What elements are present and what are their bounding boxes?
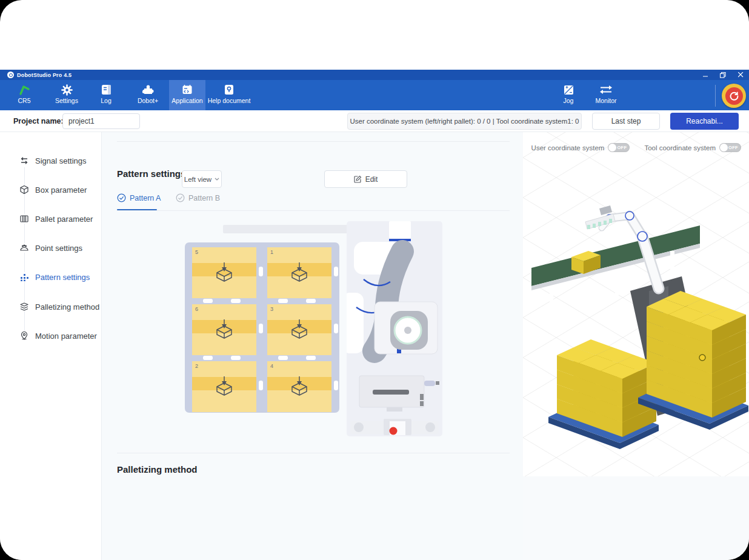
sidebar-item-pattern-settings[interactable]: Pattern settings bbox=[0, 270, 102, 284]
edit-button[interactable]: Edit bbox=[324, 170, 407, 188]
place-box-icon bbox=[287, 376, 311, 400]
pattern-icon bbox=[19, 272, 29, 282]
slot-notch bbox=[306, 299, 316, 303]
sidebar-item-box-parameter[interactable]: Box parameter bbox=[0, 183, 102, 196]
emergency-stop-icon bbox=[725, 87, 743, 105]
toggle-state: OFF bbox=[728, 145, 738, 150]
tab-pattern-a[interactable]: Pattern A bbox=[117, 193, 161, 202]
nav-jog[interactable]: Jog bbox=[556, 80, 581, 110]
sidebar-item-label: Palletizing method bbox=[35, 302, 99, 312]
tab-label: Pattern B bbox=[188, 194, 220, 202]
slot-number: 4 bbox=[270, 363, 273, 369]
reachability-button[interactable]: Reachabi... bbox=[670, 113, 739, 130]
scene-3d bbox=[523, 132, 749, 476]
viewport-toggles: User coordinate system OFF Tool coordina… bbox=[523, 143, 741, 152]
nav-dobot-plus[interactable]: Dobot+ bbox=[131, 80, 164, 110]
pallet-stacks-3d bbox=[548, 291, 748, 449]
view-select-value: Left view bbox=[184, 176, 211, 183]
slot-notch bbox=[278, 299, 288, 303]
divider bbox=[117, 210, 510, 211]
toolbar: CR5 Settings bbox=[0, 80, 749, 110]
sidebar-item-palletizing-method[interactable]: Palletizing method bbox=[0, 300, 102, 313]
estop-dot bbox=[390, 427, 398, 435]
nav-application[interactable]: Application bbox=[169, 80, 205, 110]
restore-button[interactable] bbox=[719, 72, 727, 79]
pallet-slot[interactable]: 6 bbox=[192, 304, 256, 355]
emergency-stop-button[interactable] bbox=[722, 84, 746, 108]
slot-notch bbox=[259, 267, 263, 276]
place-box-icon bbox=[212, 376, 236, 400]
slot-notch bbox=[306, 356, 316, 360]
divider bbox=[117, 141, 510, 142]
help-document-icon bbox=[224, 84, 234, 96]
slot-notch bbox=[231, 299, 241, 303]
pallet-layout[interactable]: 5 1 6 3 bbox=[185, 242, 339, 413]
slot-notch bbox=[334, 324, 338, 333]
content-panel: Pattern settings Left view Edit Pattern … bbox=[102, 132, 523, 560]
slot-notch bbox=[203, 299, 213, 303]
slot-number: 3 bbox=[270, 306, 273, 312]
pallet-icon bbox=[19, 214, 29, 224]
pallet-slot[interactable]: 3 bbox=[267, 304, 331, 355]
titlebar: DobotStudio Pro 4.5 bbox=[0, 70, 749, 80]
project-bar: Project name: User coordinate system (le… bbox=[0, 110, 749, 132]
slot-number: 1 bbox=[270, 249, 273, 255]
app-window: DobotStudio Pro 4.5 CR5 bbox=[0, 0, 749, 560]
nav-label: Help document bbox=[208, 97, 251, 104]
check-circle-icon bbox=[117, 193, 126, 202]
sidebar-item-point-settings[interactable]: Point settings bbox=[0, 241, 102, 255]
nav-label: Settings bbox=[55, 97, 78, 104]
robot-arm-icon bbox=[18, 84, 30, 96]
nav-label: Monitor bbox=[595, 97, 616, 104]
place-box-icon bbox=[212, 319, 236, 343]
tool-coordinate-toggle[interactable]: OFF bbox=[719, 143, 741, 152]
last-step-button[interactable]: Last step bbox=[592, 113, 660, 130]
toolbar-divider bbox=[715, 85, 716, 107]
slot-number: 6 bbox=[195, 306, 198, 312]
slot-number: 2 bbox=[195, 363, 198, 369]
project-name-input[interactable] bbox=[62, 113, 140, 129]
nav-monitor[interactable]: Monitor bbox=[591, 80, 621, 110]
slot-notch bbox=[334, 267, 338, 276]
coordinate-info-box: User coordinate system (left/right palle… bbox=[347, 113, 582, 130]
user-coordinate-toggle[interactable]: OFF bbox=[608, 143, 630, 152]
check-circle-icon bbox=[176, 193, 185, 202]
viewport-3d[interactable]: User coordinate system OFF Tool coordina… bbox=[523, 132, 749, 476]
slot-notch bbox=[334, 381, 338, 390]
gear-icon bbox=[61, 84, 73, 96]
main-area: Signal settings Box parameter Pallet par… bbox=[0, 132, 749, 560]
tab-pattern-b[interactable]: Pattern B bbox=[176, 193, 220, 202]
dobot-logo-icon bbox=[7, 72, 14, 78]
project-name-label: Project name: bbox=[13, 117, 64, 125]
sidebar-item-pallet-parameter[interactable]: Pallet parameter bbox=[0, 212, 102, 225]
sidebar-item-label: Signal settings bbox=[35, 156, 87, 165]
layers-icon bbox=[19, 302, 29, 312]
slot-notch bbox=[203, 356, 213, 360]
pallet-slot[interactable]: 4 bbox=[267, 361, 331, 412]
nav-help-document[interactable]: Help document bbox=[207, 80, 251, 110]
viewport-footer-strip bbox=[523, 476, 749, 560]
tab-label: Pattern A bbox=[130, 194, 161, 202]
nav-label: Log bbox=[101, 97, 112, 104]
nav-log[interactable]: Log bbox=[93, 80, 119, 110]
application-icon bbox=[182, 84, 193, 96]
slot-notch bbox=[231, 356, 241, 360]
pallet-slot[interactable]: 5 bbox=[192, 247, 256, 298]
place-box-icon bbox=[212, 262, 236, 286]
sidebar-item-label: Point settings bbox=[35, 244, 82, 253]
nav-settings[interactable]: Settings bbox=[52, 80, 81, 110]
robot-cell-top-view bbox=[347, 221, 442, 436]
view-select[interactable]: Left view bbox=[182, 170, 222, 188]
place-box-icon bbox=[287, 319, 311, 343]
sidebar-item-motion-parameter[interactable]: Motion parameter bbox=[0, 329, 102, 342]
toggle-state: OFF bbox=[617, 145, 627, 150]
conveyor-top-view bbox=[223, 225, 351, 233]
minimize-button[interactable] bbox=[702, 72, 709, 79]
nav-cr5[interactable]: CR5 bbox=[10, 80, 39, 110]
jog-icon bbox=[564, 84, 574, 96]
close-button[interactable] bbox=[737, 72, 744, 79]
pallet-slot[interactable]: 2 bbox=[192, 361, 256, 412]
sidebar-item-signal-settings[interactable]: Signal settings bbox=[0, 154, 102, 167]
nav-label: Dobot+ bbox=[138, 97, 158, 104]
pallet-slot[interactable]: 1 bbox=[267, 247, 331, 298]
